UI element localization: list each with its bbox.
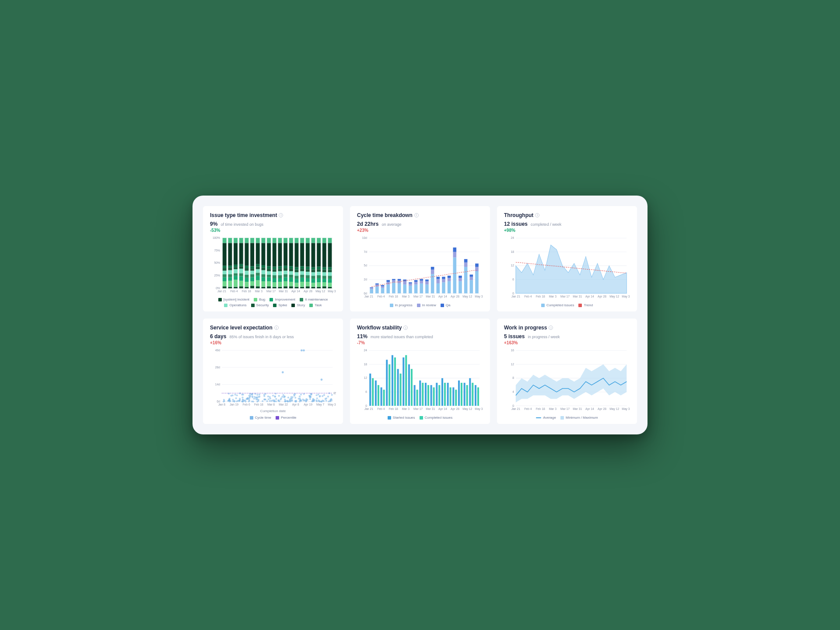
metric-row: 5 issues in progress / week — [504, 333, 630, 340]
svg-rect-81 — [256, 264, 260, 266]
delta: -53% — [210, 228, 336, 233]
legend-label: In progress — [395, 303, 413, 307]
svg-point-337 — [234, 394, 236, 396]
svg-rect-79 — [256, 269, 260, 273]
card-title: Cycle time breakdown i — [357, 212, 483, 218]
info-icon[interactable]: i — [403, 326, 408, 330]
svg-text:Mar 31: Mar 31 — [426, 407, 435, 410]
svg-point-417 — [242, 396, 243, 398]
svg-rect-73 — [250, 243, 254, 266]
svg-rect-549 — [369, 374, 371, 406]
svg-point-512 — [304, 399, 305, 401]
svg-text:May 31: May 31 — [622, 407, 630, 411]
svg-rect-181 — [317, 243, 321, 266]
svg-rect-141 — [295, 276, 299, 279]
svg-rect-270 — [458, 281, 462, 293]
svg-rect-36 — [228, 266, 232, 268]
dashboard-device: Issue type time investment i 9% of time … — [192, 196, 648, 435]
svg-rect-564 — [411, 369, 413, 406]
svg-rect-107 — [273, 269, 276, 272]
svg-rect-111 — [278, 287, 282, 288]
title-text: Cycle time breakdown — [357, 212, 413, 218]
svg-rect-167 — [312, 279, 315, 283]
svg-text:Feb 18: Feb 18 — [536, 294, 545, 298]
svg-rect-265 — [448, 278, 451, 281]
svg-rect-26 — [223, 268, 227, 271]
svg-text:May 12: May 12 — [315, 289, 325, 293]
svg-rect-587 — [475, 385, 476, 406]
svg-rect-45 — [234, 265, 238, 267]
chart-throughput: 06121824Jan 21Feb 4Feb 18Mar 3Mar 17Mar … — [504, 236, 630, 301]
svg-rect-142 — [295, 272, 299, 276]
svg-rect-560 — [400, 374, 402, 406]
svg-rect-54 — [239, 264, 243, 266]
svg-text:Feb 18: Feb 18 — [254, 403, 263, 406]
svg-rect-262 — [442, 279, 445, 282]
svg-rect-88 — [261, 270, 265, 274]
svg-text:May 7: May 7 — [316, 403, 324, 406]
svg-rect-91 — [261, 243, 265, 265]
svg-rect-161 — [306, 269, 310, 272]
svg-rect-124 — [284, 270, 287, 274]
legend-swatch — [420, 416, 423, 420]
svg-point-329 — [331, 394, 333, 396]
svg-rect-62 — [245, 268, 248, 271]
metric-sub: on average — [382, 222, 401, 227]
svg-point-492 — [326, 400, 327, 402]
info-icon[interactable]: i — [279, 213, 283, 217]
svg-text:18: 18 — [511, 250, 514, 253]
metric-sub: in progress / week — [528, 335, 560, 339]
legend-label: Security — [256, 303, 269, 307]
chart-workflow: 06121824Jan 21Feb 4Feb 18Mar 3Mar 17Mar … — [357, 349, 483, 413]
svg-rect-58 — [245, 282, 248, 287]
svg-point-381 — [309, 398, 311, 400]
svg-point-335 — [281, 396, 283, 398]
svg-rect-136 — [289, 243, 293, 266]
metric-sub: 85% of issues finish in 8 days or less — [229, 335, 294, 339]
svg-rect-51 — [239, 273, 243, 276]
svg-rect-163 — [306, 243, 310, 266]
info-icon[interactable]: i — [274, 326, 279, 330]
legend-item: Minimum / Maximum — [560, 416, 598, 420]
svg-rect-162 — [306, 266, 310, 269]
svg-point-427 — [259, 394, 260, 396]
svg-rect-281 — [475, 263, 479, 267]
svg-rect-78 — [256, 273, 260, 276]
svg-rect-256 — [431, 270, 434, 274]
svg-rect-135 — [289, 266, 293, 269]
svg-rect-189 — [322, 267, 326, 270]
svg-rect-131 — [289, 277, 293, 281]
svg-rect-246 — [414, 284, 418, 293]
svg-rect-76 — [256, 280, 260, 286]
card-title: Work in progress i — [504, 325, 630, 331]
svg-rect-48 — [239, 286, 243, 288]
svg-rect-117 — [278, 266, 282, 269]
metric-row: 2d 22hrs on average — [357, 221, 483, 227]
svg-rect-114 — [278, 275, 282, 278]
svg-text:25%: 25% — [214, 274, 220, 277]
legend-item: Task — [309, 303, 322, 307]
svg-rect-577 — [447, 383, 449, 406]
info-icon[interactable]: i — [535, 213, 539, 217]
svg-text:75%: 75% — [214, 248, 220, 252]
svg-text:100%: 100% — [213, 236, 220, 239]
svg-point-452 — [323, 394, 325, 396]
svg-rect-83 — [256, 238, 260, 243]
svg-rect-580 — [455, 390, 457, 406]
svg-text:Mar 31: Mar 31 — [573, 407, 582, 410]
svg-text:Apr 14: Apr 14 — [291, 289, 300, 293]
svg-rect-125 — [284, 268, 287, 271]
svg-rect-581 — [458, 381, 460, 406]
svg-point-346 — [267, 396, 269, 397]
svg-text:Mar 3: Mar 3 — [402, 294, 410, 298]
legend-item: Cycle time — [250, 416, 271, 420]
info-icon[interactable]: i — [549, 326, 553, 330]
svg-rect-33 — [228, 274, 232, 277]
svg-rect-556 — [388, 364, 390, 406]
legend-swatch — [250, 416, 253, 420]
card-title: Issue type time investment i — [210, 212, 336, 218]
svg-rect-70 — [250, 270, 254, 274]
svg-rect-238 — [398, 280, 401, 283]
svg-rect-39 — [234, 287, 238, 288]
info-icon[interactable]: i — [414, 213, 419, 217]
